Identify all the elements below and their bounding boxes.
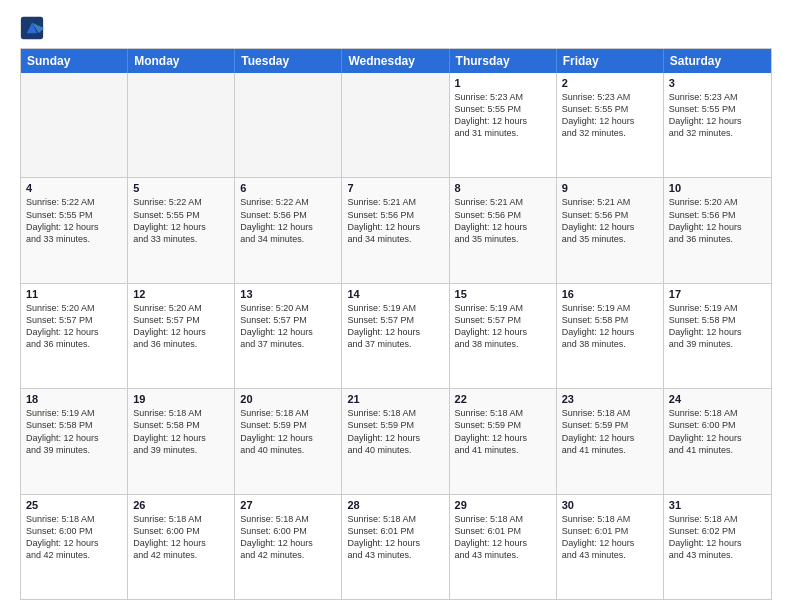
- day-number: 11: [26, 288, 122, 300]
- cell-text: Sunrise: 5:20 AM Sunset: 5:56 PM Dayligh…: [669, 196, 766, 245]
- calendar-cell: 25Sunrise: 5:18 AM Sunset: 6:00 PM Dayli…: [21, 495, 128, 599]
- day-number: 26: [133, 499, 229, 511]
- calendar-row: 25Sunrise: 5:18 AM Sunset: 6:00 PM Dayli…: [21, 495, 771, 599]
- calendar-cell: 30Sunrise: 5:18 AM Sunset: 6:01 PM Dayli…: [557, 495, 664, 599]
- calendar-cell: 10Sunrise: 5:20 AM Sunset: 5:56 PM Dayli…: [664, 178, 771, 282]
- day-number: 18: [26, 393, 122, 405]
- calendar-header-cell: Friday: [557, 49, 664, 73]
- calendar-cell: 27Sunrise: 5:18 AM Sunset: 6:00 PM Dayli…: [235, 495, 342, 599]
- cell-text: Sunrise: 5:18 AM Sunset: 6:00 PM Dayligh…: [240, 513, 336, 562]
- cell-text: Sunrise: 5:23 AM Sunset: 5:55 PM Dayligh…: [562, 91, 658, 140]
- cell-text: Sunrise: 5:19 AM Sunset: 5:58 PM Dayligh…: [26, 407, 122, 456]
- day-number: 14: [347, 288, 443, 300]
- cell-text: Sunrise: 5:18 AM Sunset: 5:59 PM Dayligh…: [455, 407, 551, 456]
- calendar-cell: 4Sunrise: 5:22 AM Sunset: 5:55 PM Daylig…: [21, 178, 128, 282]
- calendar-cell: 13Sunrise: 5:20 AM Sunset: 5:57 PM Dayli…: [235, 284, 342, 388]
- cell-text: Sunrise: 5:22 AM Sunset: 5:56 PM Dayligh…: [240, 196, 336, 245]
- day-number: 25: [26, 499, 122, 511]
- calendar-cell: 1Sunrise: 5:23 AM Sunset: 5:55 PM Daylig…: [450, 73, 557, 177]
- calendar-row: 1Sunrise: 5:23 AM Sunset: 5:55 PM Daylig…: [21, 73, 771, 178]
- day-number: 9: [562, 182, 658, 194]
- page: SundayMondayTuesdayWednesdayThursdayFrid…: [0, 0, 792, 612]
- calendar-cell: [21, 73, 128, 177]
- calendar-cell: 9Sunrise: 5:21 AM Sunset: 5:56 PM Daylig…: [557, 178, 664, 282]
- cell-text: Sunrise: 5:18 AM Sunset: 6:01 PM Dayligh…: [455, 513, 551, 562]
- calendar-row: 4Sunrise: 5:22 AM Sunset: 5:55 PM Daylig…: [21, 178, 771, 283]
- logo: [20, 16, 48, 40]
- day-number: 20: [240, 393, 336, 405]
- logo-icon: [20, 16, 44, 40]
- cell-text: Sunrise: 5:18 AM Sunset: 5:59 PM Dayligh…: [240, 407, 336, 456]
- day-number: 7: [347, 182, 443, 194]
- cell-text: Sunrise: 5:19 AM Sunset: 5:57 PM Dayligh…: [347, 302, 443, 351]
- calendar-cell: 23Sunrise: 5:18 AM Sunset: 5:59 PM Dayli…: [557, 389, 664, 493]
- day-number: 15: [455, 288, 551, 300]
- cell-text: Sunrise: 5:23 AM Sunset: 5:55 PM Dayligh…: [669, 91, 766, 140]
- calendar-header-cell: Thursday: [450, 49, 557, 73]
- day-number: 27: [240, 499, 336, 511]
- calendar-cell: 5Sunrise: 5:22 AM Sunset: 5:55 PM Daylig…: [128, 178, 235, 282]
- calendar-cell: 26Sunrise: 5:18 AM Sunset: 6:00 PM Dayli…: [128, 495, 235, 599]
- calendar: SundayMondayTuesdayWednesdayThursdayFrid…: [20, 48, 772, 600]
- calendar-cell: 14Sunrise: 5:19 AM Sunset: 5:57 PM Dayli…: [342, 284, 449, 388]
- day-number: 23: [562, 393, 658, 405]
- calendar-cell: 22Sunrise: 5:18 AM Sunset: 5:59 PM Dayli…: [450, 389, 557, 493]
- calendar-cell: 21Sunrise: 5:18 AM Sunset: 5:59 PM Dayli…: [342, 389, 449, 493]
- calendar-header-cell: Tuesday: [235, 49, 342, 73]
- cell-text: Sunrise: 5:18 AM Sunset: 6:02 PM Dayligh…: [669, 513, 766, 562]
- calendar-cell: 28Sunrise: 5:18 AM Sunset: 6:01 PM Dayli…: [342, 495, 449, 599]
- cell-text: Sunrise: 5:21 AM Sunset: 5:56 PM Dayligh…: [455, 196, 551, 245]
- calendar-row: 11Sunrise: 5:20 AM Sunset: 5:57 PM Dayli…: [21, 284, 771, 389]
- calendar-cell: 12Sunrise: 5:20 AM Sunset: 5:57 PM Dayli…: [128, 284, 235, 388]
- calendar-cell: 20Sunrise: 5:18 AM Sunset: 5:59 PM Dayli…: [235, 389, 342, 493]
- cell-text: Sunrise: 5:19 AM Sunset: 5:58 PM Dayligh…: [562, 302, 658, 351]
- day-number: 28: [347, 499, 443, 511]
- day-number: 30: [562, 499, 658, 511]
- cell-text: Sunrise: 5:19 AM Sunset: 5:58 PM Dayligh…: [669, 302, 766, 351]
- cell-text: Sunrise: 5:22 AM Sunset: 5:55 PM Dayligh…: [133, 196, 229, 245]
- cell-text: Sunrise: 5:19 AM Sunset: 5:57 PM Dayligh…: [455, 302, 551, 351]
- cell-text: Sunrise: 5:18 AM Sunset: 5:59 PM Dayligh…: [562, 407, 658, 456]
- day-number: 24: [669, 393, 766, 405]
- calendar-cell: 16Sunrise: 5:19 AM Sunset: 5:58 PM Dayli…: [557, 284, 664, 388]
- day-number: 3: [669, 77, 766, 89]
- day-number: 1: [455, 77, 551, 89]
- cell-text: Sunrise: 5:23 AM Sunset: 5:55 PM Dayligh…: [455, 91, 551, 140]
- day-number: 12: [133, 288, 229, 300]
- day-number: 8: [455, 182, 551, 194]
- calendar-cell: [128, 73, 235, 177]
- calendar-cell: 18Sunrise: 5:19 AM Sunset: 5:58 PM Dayli…: [21, 389, 128, 493]
- calendar-cell: 11Sunrise: 5:20 AM Sunset: 5:57 PM Dayli…: [21, 284, 128, 388]
- day-number: 22: [455, 393, 551, 405]
- calendar-cell: [235, 73, 342, 177]
- calendar-cell: 8Sunrise: 5:21 AM Sunset: 5:56 PM Daylig…: [450, 178, 557, 282]
- day-number: 21: [347, 393, 443, 405]
- day-number: 16: [562, 288, 658, 300]
- day-number: 17: [669, 288, 766, 300]
- calendar-cell: 15Sunrise: 5:19 AM Sunset: 5:57 PM Dayli…: [450, 284, 557, 388]
- header: [20, 16, 772, 40]
- calendar-cell: 31Sunrise: 5:18 AM Sunset: 6:02 PM Dayli…: [664, 495, 771, 599]
- cell-text: Sunrise: 5:22 AM Sunset: 5:55 PM Dayligh…: [26, 196, 122, 245]
- calendar-body: 1Sunrise: 5:23 AM Sunset: 5:55 PM Daylig…: [21, 73, 771, 599]
- day-number: 13: [240, 288, 336, 300]
- cell-text: Sunrise: 5:18 AM Sunset: 5:58 PM Dayligh…: [133, 407, 229, 456]
- cell-text: Sunrise: 5:18 AM Sunset: 6:01 PM Dayligh…: [562, 513, 658, 562]
- calendar-header-cell: Sunday: [21, 49, 128, 73]
- day-number: 4: [26, 182, 122, 194]
- day-number: 6: [240, 182, 336, 194]
- calendar-cell: [342, 73, 449, 177]
- calendar-cell: 24Sunrise: 5:18 AM Sunset: 6:00 PM Dayli…: [664, 389, 771, 493]
- cell-text: Sunrise: 5:20 AM Sunset: 5:57 PM Dayligh…: [240, 302, 336, 351]
- calendar-cell: 3Sunrise: 5:23 AM Sunset: 5:55 PM Daylig…: [664, 73, 771, 177]
- day-number: 19: [133, 393, 229, 405]
- cell-text: Sunrise: 5:18 AM Sunset: 6:00 PM Dayligh…: [26, 513, 122, 562]
- day-number: 10: [669, 182, 766, 194]
- calendar-cell: 6Sunrise: 5:22 AM Sunset: 5:56 PM Daylig…: [235, 178, 342, 282]
- cell-text: Sunrise: 5:20 AM Sunset: 5:57 PM Dayligh…: [133, 302, 229, 351]
- calendar-header-cell: Saturday: [664, 49, 771, 73]
- calendar-cell: 2Sunrise: 5:23 AM Sunset: 5:55 PM Daylig…: [557, 73, 664, 177]
- calendar-cell: 17Sunrise: 5:19 AM Sunset: 5:58 PM Dayli…: [664, 284, 771, 388]
- cell-text: Sunrise: 5:18 AM Sunset: 6:01 PM Dayligh…: [347, 513, 443, 562]
- calendar-cell: 19Sunrise: 5:18 AM Sunset: 5:58 PM Dayli…: [128, 389, 235, 493]
